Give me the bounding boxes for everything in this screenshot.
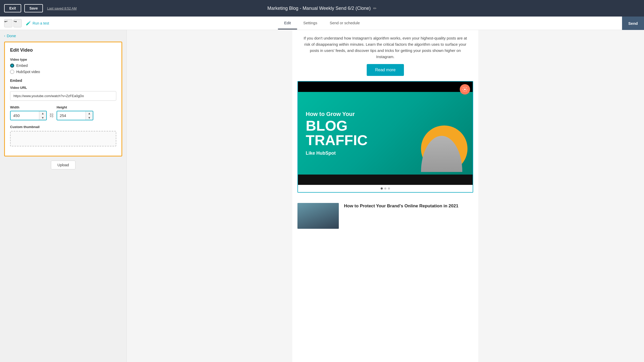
thumbnail-drop-zone[interactable] (10, 131, 116, 146)
width-up-button[interactable]: ▲ (39, 111, 46, 116)
edit-video-title: Edit Video (10, 48, 116, 53)
width-group: Width ▲ ▼ (10, 105, 47, 120)
height-up-button[interactable]: ▲ (86, 111, 93, 116)
embed-section-header: Embed (10, 78, 116, 83)
bottom-article: How to Protect Your Brand's Online Reput… (292, 198, 478, 234)
width-spinners: ▲ ▼ (39, 111, 46, 120)
top-bar: Exit Save Last saved 8:52 AM Marketing B… (0, 0, 644, 17)
height-input-wrap: ▲ ▼ (57, 111, 93, 120)
video-url-input[interactable] (10, 91, 116, 101)
edit-title-icon[interactable]: ✏ (373, 6, 377, 11)
height-down-button[interactable]: ▼ (86, 116, 93, 120)
hubspot-video-radio-label[interactable]: HubSpot video (16, 70, 40, 74)
video-blog-text: BLOG (306, 119, 408, 133)
done-label: Done (7, 34, 16, 38)
video-inner: How to Grow Your BLOG TRAFFIC Like HubSp… (298, 92, 473, 175)
hubspot-video-radio-item: HubSpot video (10, 70, 116, 74)
page-title: Marketing Blog - Manual Weekly Send 6/2 … (267, 6, 377, 11)
video-type-label: Video type (10, 58, 116, 61)
upload-button[interactable]: Upload (51, 161, 75, 169)
save-button[interactable]: Save (24, 4, 43, 12)
undo-redo-group: ↩ ↪ (4, 19, 22, 27)
link-dimensions-icon: ⛓ (49, 113, 54, 118)
bottom-article-title: How to Protect Your Brand's Online Reput… (344, 203, 458, 209)
left-panel: ‹ Done Edit Video Video type Embed HubSp… (0, 30, 127, 362)
video-like-text: Like HubSpot (306, 151, 408, 156)
svg-point-0 (464, 89, 466, 90)
video-how-to-text: How to Grow Your (306, 111, 408, 117)
read-more-wrap: Read more (292, 64, 478, 81)
send-button[interactable]: Send (622, 17, 644, 30)
nav-bar: ↩ ↪ 🧪 Run a test Edit Settings Send or s… (0, 17, 644, 30)
dimensions-row: Width ▲ ▼ ⛓ Height ▲ (10, 105, 116, 120)
last-saved-text: Last saved 8:52 AM (47, 6, 76, 10)
height-group: Height ▲ ▼ (57, 105, 93, 120)
height-label: Height (57, 105, 93, 109)
height-input[interactable] (57, 111, 86, 120)
custom-thumbnail-label: Custom thumbnail (10, 125, 116, 129)
video-type-radio-group: Embed HubSpot video (10, 64, 116, 74)
tab-settings[interactable]: Settings (297, 17, 323, 29)
tab-edit[interactable]: Edit (278, 17, 297, 29)
dot-3 (388, 187, 390, 190)
video-container[interactable]: How to Grow Your BLOG TRAFFIC Like HubSp… (297, 81, 473, 193)
progress-dots (298, 185, 473, 192)
run-test-label: Run a test (33, 21, 49, 25)
embed-radio[interactable] (10, 64, 14, 68)
width-down-button[interactable]: ▼ (39, 116, 46, 120)
read-more-button[interactable]: Read more (367, 64, 404, 76)
right-content: If you don't understand how Instagram's … (127, 30, 644, 362)
undo-button[interactable]: ↩ (4, 19, 12, 27)
embed-radio-item: Embed (10, 64, 116, 68)
bottom-article-image (297, 203, 339, 229)
video-thumbnail: How to Grow Your BLOG TRAFFIC Like HubSp… (298, 82, 473, 185)
article-text: If you don't understand how Instagram's … (292, 30, 478, 64)
hubspot-logo-icon (460, 84, 470, 95)
tab-send-schedule[interactable]: Send or schedule (324, 17, 366, 29)
edit-video-panel: Edit Video Video type Embed HubSpot vide… (4, 42, 122, 156)
height-spinners: ▲ ▼ (86, 111, 93, 120)
main-layout: ‹ Done Edit Video Video type Embed HubSp… (0, 30, 644, 362)
video-url-label: Video URL (10, 86, 116, 90)
flask-icon: 🧪 (26, 21, 31, 26)
email-content: If you don't understand how Instagram's … (292, 30, 478, 362)
video-traffic-text: TRAFFIC (306, 133, 408, 147)
run-test-button[interactable]: 🧪 Run a test (26, 21, 49, 26)
embed-radio-label[interactable]: Embed (16, 64, 28, 68)
nav-tabs: Edit Settings Send or schedule (278, 17, 366, 29)
dot-1 (381, 187, 383, 190)
video-text-block: How to Grow Your BLOG TRAFFIC Like HubSp… (298, 103, 416, 164)
hubspot-video-radio[interactable] (10, 70, 14, 74)
done-button[interactable]: ‹ Done (0, 30, 126, 42)
chevron-left-icon: ‹ (4, 34, 5, 38)
redo-button[interactable]: ↪ (13, 19, 22, 27)
width-input[interactable] (11, 111, 39, 120)
width-input-wrap: ▲ ▼ (10, 111, 47, 120)
bottom-article-image-inner (297, 203, 339, 229)
dot-2 (384, 187, 386, 190)
video-person-area (416, 95, 473, 172)
exit-button[interactable]: Exit (4, 4, 21, 12)
width-label: Width (10, 105, 47, 109)
